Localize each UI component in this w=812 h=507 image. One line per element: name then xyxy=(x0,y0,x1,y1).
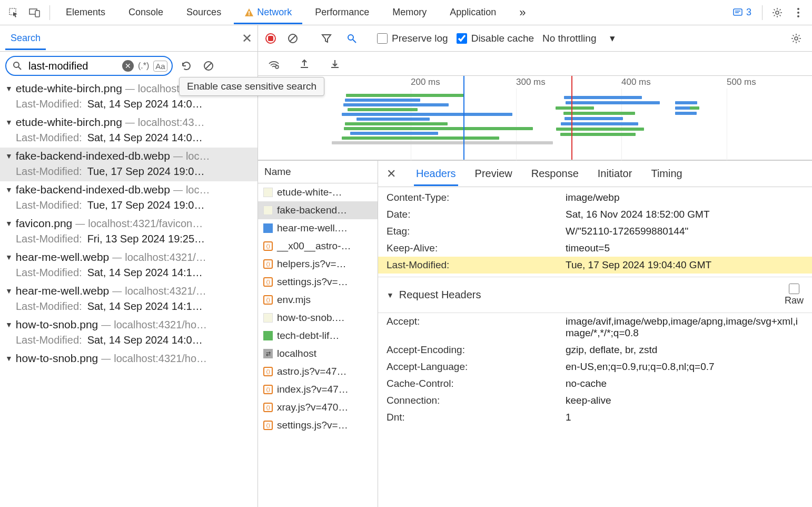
request-item[interactable]: ⟨⟩index.js?v=47… xyxy=(258,381,378,398)
search-result[interactable]: ▼favicon.png—localhost:4321/favicon…Last… xyxy=(0,215,258,249)
result-value: Tue, 17 Sep 2024 19:0… xyxy=(87,199,205,211)
result-location: loc… xyxy=(186,184,210,196)
result-location: localhost:4321/favicon… xyxy=(88,218,203,230)
disable-cache-checkbox[interactable]: Disable cache xyxy=(457,33,534,44)
disclosure-triangle-icon: ▼ xyxy=(5,354,13,363)
inspect-element-icon[interactable] xyxy=(4,3,23,22)
search-toolbar-icon[interactable] xyxy=(343,30,360,47)
search-input[interactable] xyxy=(28,60,118,72)
svg-point-9 xyxy=(797,15,799,17)
search-panel: Search ✕ ✕ (.*) Aa Enable case sensitive… xyxy=(0,25,258,507)
svg-point-6 xyxy=(776,11,779,14)
network-panel: Preserve log Disable cache No throttling… xyxy=(258,25,812,507)
request-item[interactable]: ⟨⟩settings.js?v=… xyxy=(258,416,378,434)
close-icon[interactable]: ✕ xyxy=(242,31,252,46)
search-result[interactable]: ▼fake-backend-indexed-db.webp—loc…Last-M… xyxy=(0,181,258,215)
export-har-icon[interactable] xyxy=(296,55,313,72)
request-name: settings.js?v=… xyxy=(277,276,348,288)
clear-log-icon[interactable] xyxy=(284,30,301,47)
request-item[interactable]: etude-white-… xyxy=(258,183,378,201)
tab-more[interactable]: » xyxy=(509,0,536,25)
request-item[interactable]: how-to-snob.… xyxy=(258,309,378,327)
search-result[interactable]: ▼fake-backend-indexed-db.webp—loc…Last-M… xyxy=(0,148,258,181)
filter-icon[interactable] xyxy=(318,30,335,47)
tab-elements[interactable]: Elements xyxy=(55,1,116,24)
network-timeline[interactable]: 200 ms 300 ms 400 ms 500 ms xyxy=(258,76,812,160)
result-key: Last-Modified: xyxy=(16,233,82,245)
search-tab[interactable]: Search xyxy=(5,27,46,50)
js-file-icon: ⟨⟩ xyxy=(263,241,273,251)
network-settings-icon[interactable] xyxy=(788,30,805,47)
search-result[interactable]: ▼hear-me-well.webp—localhost:4321/…Last-… xyxy=(0,249,258,282)
refresh-icon[interactable] xyxy=(178,57,195,74)
preserve-log-checkbox[interactable]: Preserve log xyxy=(377,33,448,44)
search-result[interactable]: ▼how-to-snob.png—localhost:4321/ho…Last-… xyxy=(0,316,258,350)
result-filename: hear-me-well.webp xyxy=(16,251,109,264)
request-item[interactable]: ⟨⟩env.mjs xyxy=(258,291,378,309)
settings-icon[interactable] xyxy=(768,3,787,22)
request-header-row: Accept:image/avif,image/webp,image/apng,… xyxy=(378,313,812,342)
tab-application[interactable]: Application xyxy=(439,1,507,24)
request-item[interactable]: hear-me-well.… xyxy=(258,219,378,237)
network-conditions-icon[interactable] xyxy=(265,55,282,72)
disclosure-triangle-icon: ▼ xyxy=(5,287,13,295)
timeline-bar xyxy=(556,106,594,110)
response-header-row: Keep-Alive:timeout=5 xyxy=(378,240,812,257)
js-file-icon: ⟨⟩ xyxy=(263,295,273,305)
kebab-menu-icon[interactable] xyxy=(789,3,808,22)
request-header-row: Connection:keep-alive xyxy=(378,392,812,409)
record-button[interactable] xyxy=(265,33,276,44)
result-filename: etude-white-birch.png xyxy=(16,116,122,129)
tab-timing[interactable]: Timing xyxy=(649,162,684,186)
svg-point-13 xyxy=(348,35,353,40)
tab-console[interactable]: Console xyxy=(118,1,174,24)
request-item[interactable]: ⟨⟩xray.js?v=470… xyxy=(258,398,378,416)
close-detail-icon[interactable]: ✕ xyxy=(383,167,399,181)
timeline-bar xyxy=(345,122,448,125)
request-item[interactable]: ⟨⟩helpers.js?v=… xyxy=(258,255,378,273)
result-value: Sat, 14 Sep 2024 14:0… xyxy=(87,132,203,144)
tab-preview[interactable]: Preview xyxy=(473,162,514,186)
svg-point-7 xyxy=(797,8,799,10)
warning-icon xyxy=(244,8,254,17)
request-item[interactable]: tech-debt-lif… xyxy=(258,327,378,345)
throttling-select[interactable]: No throttling▾ xyxy=(542,32,615,44)
tab-response[interactable]: Response xyxy=(529,162,581,186)
raw-checkbox[interactable] xyxy=(789,284,799,294)
search-result[interactable]: ▼how-to-snob.png—localhost:4321/ho… xyxy=(0,350,258,372)
search-result[interactable]: ▼hear-me-well.webp—localhost:4321/…Last-… xyxy=(0,282,258,316)
request-item[interactable]: ⟨⟩settings.js?v=… xyxy=(258,273,378,291)
tab-headers[interactable]: Headers xyxy=(414,162,458,186)
timeline-bar xyxy=(564,96,642,99)
result-filename: how-to-snob.png xyxy=(16,352,98,365)
request-item[interactable]: fake-backend… xyxy=(258,201,378,219)
tab-initiator[interactable]: Initiator xyxy=(596,162,635,186)
tab-sources[interactable]: Sources xyxy=(176,1,232,24)
request-item[interactable]: ⟨⟩astro.js?v=47… xyxy=(258,363,378,381)
request-name: helpers.js?v=… xyxy=(277,258,346,270)
svg-point-15 xyxy=(275,65,279,69)
request-item[interactable]: ⇄localhost xyxy=(258,345,378,363)
svg-point-10 xyxy=(14,62,19,67)
disclosure-triangle-icon: ▼ xyxy=(5,118,13,126)
request-list-header[interactable]: Name xyxy=(258,161,378,183)
request-item[interactable]: ⟨⟩__x00__astro-… xyxy=(258,237,378,255)
result-filename: fake-backend-indexed-db.webp xyxy=(16,150,170,162)
tab-performance[interactable]: Performance xyxy=(304,1,380,24)
tab-memory[interactable]: Memory xyxy=(382,1,437,24)
regex-toggle[interactable]: (.*) xyxy=(138,61,149,71)
request-headers-section[interactable]: ▼Request HeadersRaw xyxy=(378,277,812,313)
disclosure-triangle-icon: ▼ xyxy=(5,219,13,228)
case-sensitive-toggle[interactable]: Aa xyxy=(153,61,167,72)
tab-network[interactable]: Network xyxy=(234,1,302,24)
js-file-icon: ⟨⟩ xyxy=(263,403,273,412)
request-list: Name etude-white-…fake-backend…hear-me-w… xyxy=(258,161,378,507)
response-header-row: Content-Type:image/webp xyxy=(378,189,812,206)
clear-input-icon[interactable]: ✕ xyxy=(122,60,134,72)
clear-icon[interactable] xyxy=(200,57,217,74)
search-result[interactable]: ▼etude-white-birch.png—localhost:43…Last… xyxy=(0,114,258,148)
device-toggle-icon[interactable] xyxy=(25,3,44,22)
import-har-icon[interactable] xyxy=(326,55,343,72)
issues-button[interactable]: 3 xyxy=(727,7,757,18)
result-filename: hear-me-well.webp xyxy=(16,285,109,297)
